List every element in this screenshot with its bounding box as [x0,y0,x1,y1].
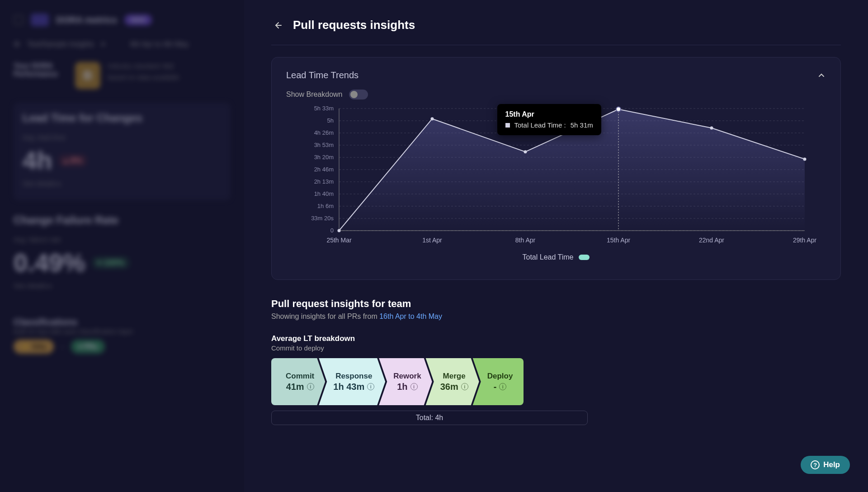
svg-text:3h 53m: 3h 53m [314,142,334,148]
svg-point-32 [431,117,434,120]
svg-text:5h 33m: 5h 33m [314,105,334,112]
help-label: Help [823,460,840,469]
section-title: Pull request insights for team [271,298,841,310]
breakdown-toggle[interactable] [349,90,368,99]
tooltip-series-swatch [505,123,510,128]
seg-commit[interactable]: Commit 41mi [271,358,325,405]
svg-text:29th Apr: 29th Apr [793,237,816,244]
insights-panel: Pull requests insights Lead Time Trends … [244,0,868,492]
svg-text:1st Apr: 1st Apr [422,237,442,244]
svg-point-36 [803,157,807,161]
breakdown-toggle-label: Show Breakdown [286,90,343,99]
lead-time-trends-card: Lead Time Trends Show Breakdown [271,57,841,280]
info-icon[interactable]: i [499,383,506,390]
legend-label: Total Lead Time [523,253,574,261]
tooltip-date: 15th Apr [505,110,593,118]
svg-text:2h 46m: 2h 46m [314,166,334,173]
card-title: Lead Time Trends [286,70,359,80]
svg-text:3h 20m: 3h 20m [314,154,334,161]
svg-text:1h 40m: 1h 40m [314,190,334,197]
info-icon[interactable]: i [410,383,418,390]
lt-total: Total: 4h [271,411,588,425]
seg-merge[interactable]: Merge 36mi [426,358,479,405]
info-icon[interactable]: i [367,383,374,390]
seg-response[interactable]: Response 1h 43mi [319,358,385,405]
svg-text:25th Mar: 25th Mar [326,237,352,244]
svg-text:1h 6m: 1h 6m [317,203,334,209]
chart-legend: Total Lead Time [286,253,826,261]
insights-section-header: Pull request insights for team Showing i… [271,298,841,321]
info-icon[interactable]: i [461,383,468,390]
collapse-button[interactable] [817,71,826,80]
lead-time-chart[interactable]: 033m 20s1h 6m1h 40m2h 13m2h 46m3h 20m3h … [286,104,826,267]
lt-subtitle: Commit to deploy [271,344,841,352]
panel-header: Pull requests insights [271,18,841,45]
svg-text:2h 13m: 2h 13m [314,178,334,185]
svg-text:22nd Apr: 22nd Apr [699,237,724,244]
svg-text:5h: 5h [327,117,334,124]
back-button[interactable] [271,19,284,32]
svg-point-35 [710,126,713,129]
seg-deploy[interactable]: Deploy -i [473,358,524,405]
svg-text:33m 20s: 33m 20s [311,215,334,222]
lt-title: Average LT breakdown [271,334,841,343]
date-range-link[interactable]: 16th Apr to 4th May [379,312,442,320]
chevron-up-icon [818,72,825,79]
svg-text:0: 0 [330,227,334,234]
seg-rework[interactable]: Rework 1hi [379,358,432,405]
legend-swatch [579,255,590,260]
svg-point-33 [524,150,527,153]
svg-point-38 [616,107,621,112]
lt-flow: Commit 41mi Response 1h 43mi Rework 1hi … [271,358,841,405]
arrow-left-icon [272,20,283,31]
svg-text:15th Apr: 15th Apr [607,237,630,244]
svg-point-31 [338,229,341,232]
tooltip-label: Total Lead Time : [514,121,566,129]
lt-breakdown-block: Average LT breakdown Commit to deploy Co… [271,334,841,425]
help-button[interactable]: ? Help [801,456,850,474]
info-icon[interactable]: i [307,383,314,390]
help-icon: ? [811,460,820,469]
background-dashboard: DORA metrics NEW ⚙Test/Sample Insights▾ … [0,0,244,492]
section-description: Showing insights for all PRs from 16th A… [271,312,841,321]
tooltip-value: 5h 31m [571,121,593,129]
panel-title: Pull requests insights [293,18,415,32]
svg-text:4h 26m: 4h 26m [314,129,334,136]
svg-text:8th Apr: 8th Apr [515,237,536,244]
chart-tooltip: 15th Apr Total Lead Time : 5h 31m [497,104,601,135]
